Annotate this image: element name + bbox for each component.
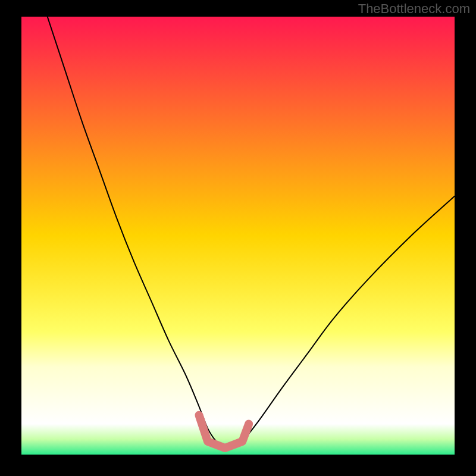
chart-background-gradient	[21, 17, 455, 455]
watermark-label: TheBottleneck.com	[358, 1, 470, 17]
chart-container: TheBottleneck.com	[0, 0, 476, 476]
bottleneck-chart	[0, 0, 476, 476]
